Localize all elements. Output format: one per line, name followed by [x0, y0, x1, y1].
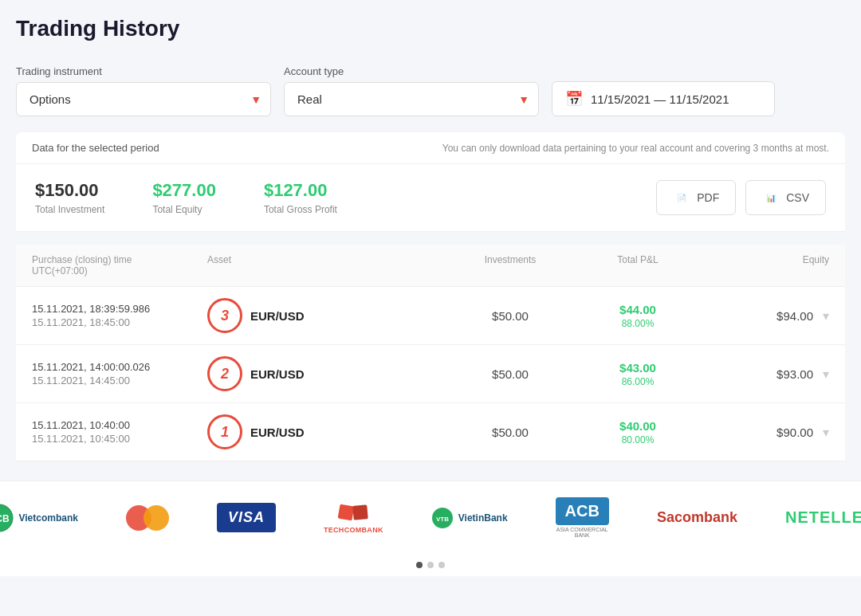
- neteller-text: NETELLER: [785, 508, 861, 527]
- equity-cell-2: $93.00 ▾: [702, 367, 829, 382]
- table-row: 15.11.2021, 14:00:00.026 15.11.2021, 14:…: [16, 345, 845, 403]
- pnl-value-3: $40.00: [574, 419, 702, 433]
- account-type-label: Account type: [284, 65, 539, 77]
- download-notice: You can only download data pertaining to…: [442, 143, 829, 154]
- instrument-label: Trading instrument: [16, 65, 271, 77]
- equity-cell-1: $94.00 ▾: [702, 308, 829, 324]
- vietinbank-text: VietinBank: [458, 512, 508, 524]
- time-main-3: 15.11.2021, 10:40:00: [32, 419, 207, 431]
- dot-2[interactable]: [427, 562, 434, 568]
- summary-card: $150.00 Total Investment $277.00 Total E…: [16, 164, 845, 232]
- pnl-cell-3: $40.00 80.00%: [574, 419, 702, 445]
- techcombank-icon: [337, 502, 369, 524]
- pdf-export-button[interactable]: 📄 PDF: [656, 180, 736, 215]
- page-title: Trading History: [16, 16, 845, 41]
- trading-history-table: Purchase (closing) time UTC(+07:00) Asse…: [16, 245, 845, 461]
- pnl-value-1: $44.00: [574, 303, 702, 316]
- time-close-2: 15.11.2021, 14:45:00: [32, 375, 207, 386]
- pnl-cell-1: $44.00 88.00%: [574, 303, 702, 329]
- calendar-icon: 📅: [565, 90, 583, 108]
- trade-badge-1: 1: [207, 414, 242, 449]
- equity-value-3: $90.00: [776, 426, 813, 439]
- asset-cell-1: 3 EUR/USD: [207, 298, 446, 333]
- total-investment-value: $150.00: [35, 180, 104, 201]
- dot-1[interactable]: [416, 562, 423, 568]
- row-expand-2[interactable]: ▾: [823, 367, 829, 382]
- equity-value-1: $94.00: [776, 309, 813, 323]
- time-main-1: 15.11.2021, 18:39:59.986: [32, 303, 207, 315]
- total-investment-label: Total Investment: [35, 204, 104, 215]
- vietinbank-icon: VTB: [431, 507, 454, 529]
- asset-name-3: EUR/USD: [250, 426, 305, 439]
- total-investment-metric: $150.00 Total Investment: [35, 180, 104, 215]
- asset-cell-2: 2 EUR/USD: [207, 356, 446, 391]
- mastercard-right-circle: [144, 505, 169, 531]
- account-type-select[interactable]: Real Demo: [284, 82, 539, 116]
- csv-export-button[interactable]: 📊 CSV: [745, 180, 826, 215]
- period-label: Data for the selected period: [32, 142, 159, 154]
- time-close-1: 15.11.2021, 18:45:00: [32, 316, 207, 328]
- acb-logo: ACB ASIA COMMERCIAL BANK: [556, 497, 609, 538]
- time-main-2: 15.11.2021, 14:00:00.026: [32, 361, 207, 373]
- investment-cell-2: $50.00: [446, 367, 574, 381]
- time-close-3: 15.11.2021, 10:45:00: [32, 433, 207, 445]
- info-bar: Data for the selected period You can onl…: [16, 132, 845, 164]
- mastercard-logo: [126, 505, 169, 531]
- vietcombank-logo: VCB Vietcombank: [0, 504, 78, 532]
- techcombank-text: TECHCOMBANK: [324, 526, 383, 534]
- date-range-text: 11/15/2021 — 11/15/2021: [591, 92, 729, 106]
- instrument-select[interactable]: Options Forex Crypto: [16, 82, 271, 116]
- equity-cell-3: $90.00 ▾: [702, 425, 829, 440]
- neteller-logo: NETELLER: [785, 508, 861, 527]
- account-type-filter-group: Account type Real Demo ▼: [284, 65, 539, 116]
- total-equity-label: Total Equity: [152, 204, 216, 215]
- export-buttons: 📄 PDF 📊 CSV: [656, 180, 826, 215]
- summary-section: Data for the selected period You can onl…: [16, 132, 845, 232]
- total-gross-profit-value: $127.00: [264, 180, 337, 201]
- row-expand-3[interactable]: ▾: [823, 425, 829, 440]
- table-row: 15.11.2021, 10:40:00 15.11.2021, 10:45:0…: [16, 403, 845, 461]
- acb-text: ACB: [556, 497, 609, 525]
- vietcombank-icon: VCB: [0, 504, 14, 532]
- pnl-percent-1: 88.00%: [574, 318, 702, 329]
- svg-text:VTB: VTB: [436, 516, 449, 523]
- asset-name-1: EUR/USD: [250, 309, 305, 323]
- date-range-filter-group: 📅 11/15/2021 — 11/15/2021: [552, 61, 775, 116]
- time-cell-1: 15.11.2021, 18:39:59.986 15.11.2021, 18:…: [32, 303, 207, 328]
- col-time-header: Purchase (closing) time UTC(+07:00): [32, 254, 207, 277]
- pagination-dots: [0, 554, 861, 576]
- asset-name-2: EUR/USD: [250, 367, 305, 381]
- trade-badge-2: 2: [207, 356, 242, 391]
- svg-rect-3: [353, 504, 369, 520]
- col-equity-header: Equity: [702, 254, 829, 277]
- acb-subtext: ASIA COMMERCIAL BANK: [556, 527, 609, 538]
- investment-cell-3: $50.00: [446, 426, 574, 439]
- pnl-percent-2: 86.00%: [574, 376, 702, 387]
- summary-metrics: $150.00 Total Investment $277.00 Total E…: [35, 180, 337, 215]
- time-cell-3: 15.11.2021, 10:40:00 15.11.2021, 10:45:0…: [32, 419, 207, 445]
- visa-logo: VISA: [217, 503, 276, 532]
- total-gross-profit-metric: $127.00 Total Gross Profit: [264, 180, 337, 215]
- svg-rect-2: [338, 504, 355, 520]
- col-asset-header: Asset: [207, 254, 446, 277]
- col-pnl-header: Total P&L: [574, 254, 702, 277]
- time-cell-2: 15.11.2021, 14:00:00.026 15.11.2021, 14:…: [32, 361, 207, 386]
- techcombank-logo: TECHCOMBANK: [324, 502, 383, 534]
- total-equity-metric: $277.00 Total Equity: [152, 180, 216, 215]
- date-range-picker[interactable]: 📅 11/15/2021 — 11/15/2021: [552, 81, 775, 116]
- row-expand-1[interactable]: ▾: [823, 308, 829, 324]
- csv-icon: 📊: [762, 189, 780, 206]
- investment-cell-1: $50.00: [446, 309, 574, 323]
- pnl-value-2: $43.00: [574, 361, 702, 375]
- svg-text:VCB: VCB: [0, 513, 10, 524]
- pdf-label: PDF: [697, 191, 719, 204]
- total-gross-profit-label: Total Gross Profit: [264, 204, 337, 215]
- csv-label: CSV: [786, 191, 809, 204]
- filters-row: Trading instrument Options Forex Crypto …: [16, 61, 845, 116]
- table-header: Purchase (closing) time UTC(+07:00) Asse…: [16, 245, 845, 287]
- equity-value-2: $93.00: [776, 367, 813, 381]
- table-row: 15.11.2021, 18:39:59.986 15.11.2021, 18:…: [16, 287, 845, 345]
- dot-3[interactable]: [438, 562, 445, 568]
- trade-badge-3: 3: [207, 298, 242, 333]
- visa-text: VISA: [228, 509, 265, 526]
